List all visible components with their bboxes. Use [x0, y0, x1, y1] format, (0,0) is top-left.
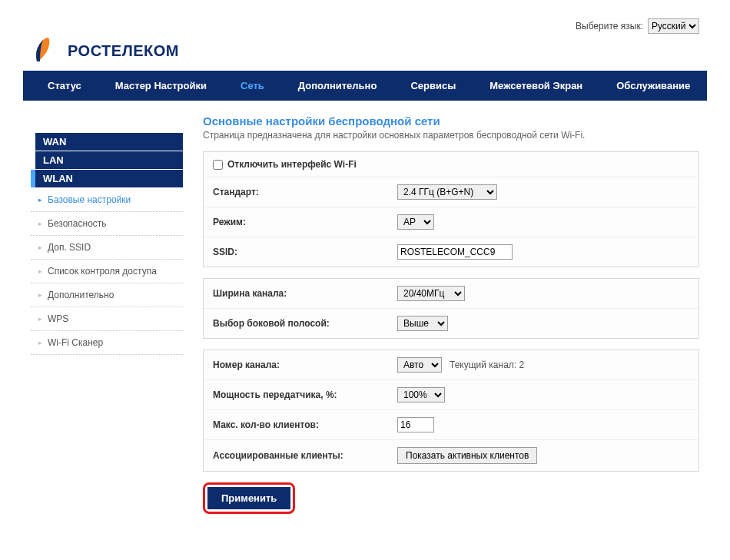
- channel-select[interactable]: Авто: [397, 357, 442, 373]
- sidebar-item-addssid[interactable]: Доп. SSID: [31, 236, 183, 260]
- ssid-label: SSID:: [213, 247, 397, 257]
- standard-select[interactable]: 2.4 ГГц (B+G+N): [397, 184, 497, 200]
- standard-label: Стандарт:: [213, 187, 397, 197]
- nav-wizard[interactable]: Мастер Настройки: [98, 71, 224, 101]
- assoc-label: Ассоциированные клиенты:: [213, 450, 397, 461]
- sidebar-item-wifiscanner[interactable]: Wi-Fi Сканер: [31, 331, 183, 355]
- panel-channel-width: Ширина канала: 20/40МГц Выбор боковой по…: [203, 278, 699, 339]
- maxclients-input[interactable]: [397, 417, 434, 432]
- apply-highlight: Применить: [203, 482, 295, 514]
- maxclients-label: Макс. кол-во клиентов:: [213, 419, 397, 430]
- panel-channel: Номер канала: Авто Текущий канал: 2 Мощн…: [203, 350, 699, 472]
- logo: РОСТЕЛЕКОМ: [23, 35, 707, 71]
- sidebar-item-advanced[interactable]: Дополнительно: [31, 283, 183, 307]
- current-channel-note: Текущий канал: 2: [450, 360, 524, 370]
- page-title: Основные настройки беспроводной сети: [203, 114, 699, 128]
- sidebar-item-wps[interactable]: WPS: [31, 307, 183, 331]
- language-label: Выберите язык:: [576, 21, 643, 31]
- width-select[interactable]: 20/40МГц: [397, 286, 465, 301]
- page-desc: Страница предназначена для настройки осн…: [203, 130, 699, 141]
- main-content: Основные настройки беспроводной сети Стр…: [203, 114, 699, 514]
- language-select[interactable]: Русский: [648, 18, 699, 34]
- nav-network[interactable]: Сеть: [224, 71, 281, 101]
- sideband-label: Выбор боковой полосой:: [213, 318, 397, 329]
- brand-text: РОСТЕЛЕКОМ: [68, 42, 179, 60]
- show-clients-button[interactable]: Показать активных клиентов: [397, 447, 537, 464]
- nav-services[interactable]: Сервисы: [393, 71, 473, 101]
- disable-wifi-checkbox[interactable]: [213, 160, 223, 170]
- mode-label: Режим:: [213, 217, 397, 227]
- sidebar-section-wan[interactable]: WAN: [31, 133, 183, 151]
- sideband-select[interactable]: Выше: [397, 316, 448, 331]
- sidebar-item-security[interactable]: Безопасность: [31, 212, 183, 236]
- rostelecom-logo-icon: [31, 35, 61, 66]
- ssid-input[interactable]: [397, 244, 513, 260]
- mode-select[interactable]: AP: [397, 214, 434, 230]
- channel-label: Номер канала:: [213, 360, 397, 370]
- disable-wifi-label: Отключить интерфейс Wi-Fi: [227, 159, 357, 170]
- panel-basic: Отключить интерфейс Wi-Fi Стандарт: 2.4 …: [203, 151, 699, 267]
- sidebar-item-acl[interactable]: Список контроля доступа: [31, 260, 183, 283]
- nav-firewall[interactable]: Межсетевой Экран: [473, 71, 599, 101]
- sidebar-item-basic[interactable]: Базовые настройки: [31, 188, 183, 212]
- power-label: Мощность передатчика, %:: [213, 389, 397, 400]
- sidebar-section-lan[interactable]: LAN: [31, 151, 183, 169]
- nav-advanced[interactable]: Дополнительно: [281, 71, 394, 101]
- sidebar-section-wlan[interactable]: WLAN: [31, 170, 183, 187]
- apply-button[interactable]: Применить: [207, 487, 290, 509]
- width-label: Ширина канала:: [213, 288, 397, 299]
- sidebar: WAN LAN WLAN Базовые настройки Безопасно…: [31, 114, 183, 514]
- power-select[interactable]: 100%: [397, 387, 445, 403]
- main-nav: Статус Мастер Настройки Сеть Дополнитель…: [23, 71, 707, 101]
- nav-maintenance[interactable]: Обслуживание: [599, 71, 707, 101]
- nav-status[interactable]: Статус: [31, 71, 98, 101]
